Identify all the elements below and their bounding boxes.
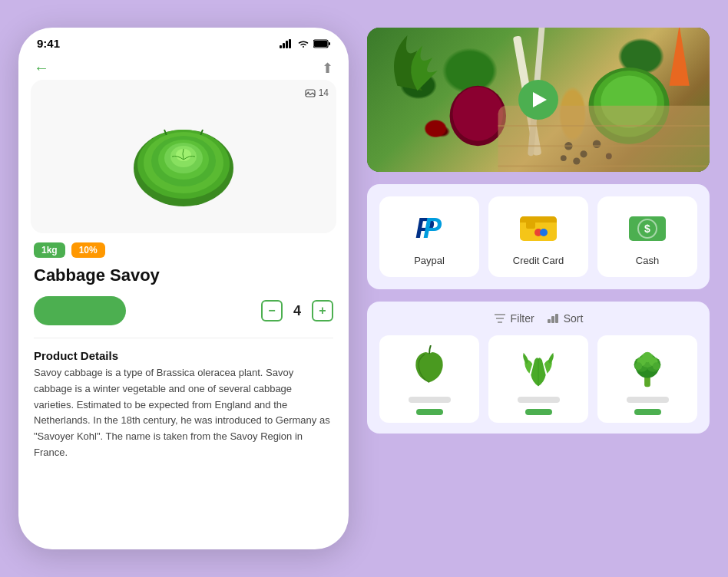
back-button[interactable]: ←: [34, 59, 49, 77]
cc-dot-blue: [540, 229, 548, 236]
cash-icon-container: $: [627, 212, 667, 246]
svg-text:P: P: [423, 213, 442, 244]
cash-option[interactable]: $ Cash: [597, 196, 697, 277]
credit-card-option[interactable]: Credit Card: [488, 196, 588, 277]
paypal-icon: P P: [414, 212, 445, 246]
payment-methods: P P Paypal Credit Card: [367, 184, 710, 289]
quantity-value: 4: [293, 303, 301, 319]
grid-header: Filter Sort: [379, 312, 697, 325]
divider: [34, 338, 333, 338]
pepper-svg: [407, 345, 452, 390]
cash-icon: $: [629, 216, 666, 241]
signal-icon: [280, 39, 293, 48]
battery-icon: [313, 39, 330, 48]
cash-circle: [637, 219, 657, 239]
broccoli-image: [624, 345, 670, 391]
status-bar: 9:41: [18, 28, 349, 53]
add-to-cart-bar[interactable]: [34, 296, 126, 325]
broccoli-price-bar: [634, 409, 661, 415]
svg-rect-6: [329, 42, 330, 45]
broccoli-name-bar: [627, 397, 669, 403]
svg-rect-5: [314, 41, 327, 47]
paypal-option[interactable]: P P Paypal: [379, 196, 479, 277]
filter-button[interactable]: Filter: [494, 312, 534, 325]
svg-rect-40: [551, 316, 554, 323]
broccoli-svg: [625, 345, 670, 390]
products-row: [379, 335, 697, 423]
play-icon: [533, 92, 547, 107]
quantity-controls: − 4 +: [261, 300, 333, 321]
phone-header: ← ⬆: [18, 53, 349, 80]
product-thumb-broccoli[interactable]: [597, 335, 697, 423]
svg-point-50: [635, 362, 643, 370]
svg-point-20: [453, 87, 504, 141]
pepper-name-bar: [409, 397, 451, 403]
svg-point-49: [642, 352, 653, 363]
cabbage-image: [122, 95, 245, 218]
paypal-label: Paypal: [414, 255, 445, 266]
bok-choy-svg: [516, 345, 561, 390]
svg-rect-39: [548, 319, 551, 323]
credit-card-icon-container: [518, 212, 558, 246]
svg-rect-41: [555, 314, 558, 323]
right-panel: P P Paypal Credit Card: [367, 28, 710, 434]
products-grid-card: Filter Sort: [367, 302, 710, 434]
wifi-icon: [297, 39, 309, 48]
credit-card-icon: [520, 216, 557, 241]
quantity-decrease-button[interactable]: −: [261, 300, 283, 321]
cc-chip: [526, 221, 535, 229]
video-card[interactable]: [367, 28, 710, 172]
bok-choy-price-bar: [525, 409, 552, 415]
pepper-price-bar: [416, 409, 443, 415]
phone-mockup: 9:41: [18, 28, 349, 549]
product-details-text: Savoy cabbage is a type of Brassica oler…: [18, 365, 349, 461]
status-icons: [280, 39, 330, 48]
sort-icon: [547, 313, 559, 324]
sort-label: Sort: [564, 312, 584, 325]
quantity-row: − 4 +: [18, 288, 349, 333]
product-image-container: 14: [31, 80, 336, 233]
share-button[interactable]: ⬆: [322, 60, 333, 77]
filter-label: Filter: [511, 312, 534, 325]
weight-tag: 1kg: [34, 242, 65, 258]
product-thumb-pepper[interactable]: [379, 335, 479, 423]
product-tags: 1kg 10%: [18, 233, 349, 262]
play-button[interactable]: [518, 80, 558, 120]
svg-rect-3: [289, 39, 291, 48]
svg-rect-1: [283, 43, 285, 48]
sort-button[interactable]: Sort: [547, 312, 584, 325]
bok-choy-name-bar: [518, 397, 560, 403]
status-time: 9:41: [37, 37, 60, 50]
product-thumb-bok-choy[interactable]: [488, 335, 588, 423]
cash-label: Cash: [636, 255, 659, 266]
discount-tag: 10%: [71, 242, 105, 258]
pepper-image: [406, 345, 452, 391]
product-details-heading: Product Details: [18, 343, 349, 365]
svg-rect-2: [286, 41, 288, 48]
paypal-icon-container: P P: [409, 212, 449, 246]
image-icon: [305, 87, 316, 98]
quantity-increase-button[interactable]: +: [312, 300, 333, 321]
credit-card-label: Credit Card: [513, 255, 564, 266]
filter-icon: [494, 313, 506, 324]
svg-rect-0: [280, 45, 282, 48]
image-counter: 14: [305, 87, 329, 98]
bok-choy-image: [515, 345, 561, 391]
svg-point-51: [653, 362, 660, 370]
product-title: Cabbage Savoy: [18, 262, 349, 288]
